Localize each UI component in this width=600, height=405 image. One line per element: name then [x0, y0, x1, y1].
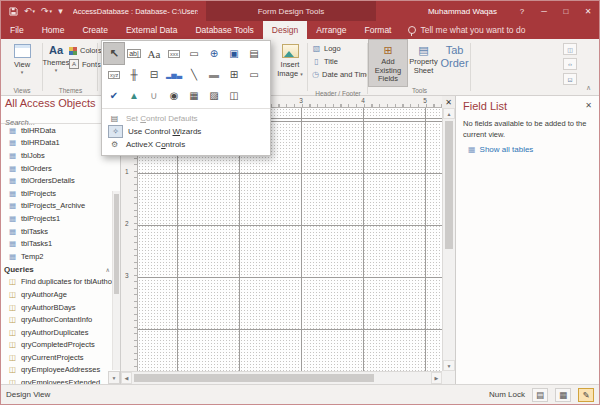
chart-icon[interactable]: ▂▅▃: [164, 64, 184, 85]
nav-item-query[interactable]: ◫ qryCompletedProjects: [1, 339, 120, 352]
tell-me-box[interactable]: Tell me what you want to do: [408, 21, 525, 39]
insert-image-button[interactable]: Insert Image ▾: [272, 39, 308, 78]
hyperlink-icon[interactable]: ⊕: [204, 43, 224, 64]
add-existing-fields-button[interactable]: ⊞ Add Existing Fields: [368, 39, 408, 87]
label-icon[interactable]: Aa: [144, 43, 164, 64]
horizontal-scrollbar-thumb[interactable]: [134, 374, 374, 382]
close-pane-icon[interactable]: ✕: [585, 101, 592, 110]
nav-item-query[interactable]: ◫ qryAuthorBDays: [1, 301, 120, 314]
logo-button[interactable]: ▧ Logo: [308, 42, 368, 55]
unbound-object-frame-icon[interactable]: ▨: [204, 85, 224, 106]
list-box-icon[interactable]: ▦: [184, 85, 204, 106]
show-all-tables-link[interactable]: ▦ Show all tables: [456, 142, 599, 154]
nav-scrollbar-thumb[interactable]: [114, 194, 119, 294]
scroll-left-icon[interactable]: ◀: [121, 372, 132, 384]
attachment-icon[interactable]: ∪: [144, 85, 164, 106]
close-document-icon[interactable]: ✕: [442, 96, 455, 108]
activex-controls-item[interactable]: ⚙ ActiveX Controls: [102, 138, 270, 151]
tab-order-button[interactable]: Tab Order: [439, 39, 470, 86]
image-icon[interactable]: ▲: [124, 85, 144, 106]
date-time-button[interactable]: ◷ Date and Time: [308, 68, 368, 81]
vertical-scrollbar[interactable]: ▲ ▼: [442, 108, 455, 371]
subform-icon[interactable]: ⊞: [224, 64, 244, 85]
maximize-button[interactable]: □: [555, 1, 577, 21]
query-icon: ◫: [8, 340, 17, 349]
nav-item-query[interactable]: ◫ qryCurrentProjects: [1, 351, 120, 364]
table-plus-icon: ▦: [468, 145, 476, 154]
redo-icon[interactable]: ↷▾: [41, 6, 52, 16]
tab-format[interactable]: Format: [356, 21, 401, 39]
option-group-icon[interactable]: xyz: [104, 64, 124, 85]
toggle-button-icon[interactable]: ▬: [204, 64, 224, 85]
tab-home[interactable]: Home: [33, 21, 74, 39]
nav-scrollbar[interactable]: [112, 191, 120, 370]
page-break-icon[interactable]: ╫: [124, 64, 144, 85]
title-button[interactable]: ▯ Title: [308, 55, 368, 68]
view-button[interactable]: View ▾: [1, 39, 43, 75]
horizontal-scrollbar[interactable]: ◀ ▶: [121, 371, 442, 384]
nav-item-query[interactable]: ◫ qryEmployeeAddresses: [1, 364, 120, 377]
scroll-up-icon[interactable]: ▲: [443, 108, 455, 119]
nav-item-table[interactable]: ▦ tblOrders: [1, 162, 120, 175]
option-button-icon[interactable]: ◉: [164, 85, 184, 106]
tab-database-tools[interactable]: Database Tools: [186, 21, 262, 39]
view-code-button[interactable]: ‹›: [563, 58, 577, 70]
user-name[interactable]: Muhammad Waqas: [414, 7, 511, 16]
subform-new-window-button[interactable]: ◫: [563, 43, 577, 55]
property-sheet-icon: ▤: [418, 44, 428, 57]
tab-control-icon[interactable]: ▭: [184, 43, 204, 64]
nav-item-query[interactable]: ◫ qryAuthorAge: [1, 288, 120, 301]
nav-item-table[interactable]: ▦ tblProjects_Archive: [1, 200, 120, 213]
nav-item-query[interactable]: ◫ qryAuthorContantInfo: [1, 313, 120, 326]
nav-item-table[interactable]: ▦ tblProjects1: [1, 212, 120, 225]
convert-macros-button[interactable]: ⊡: [563, 73, 577, 85]
nav-item-query[interactable]: ◫ qryEmployeesExtended: [1, 376, 120, 384]
scroll-down-icon[interactable]: ▼: [443, 360, 455, 371]
web-browser-control-icon[interactable]: ▣: [224, 43, 244, 64]
nav-item-table[interactable]: ▦ tblOrdersDetails: [1, 174, 120, 187]
close-button[interactable]: ✕: [577, 1, 599, 21]
tab-file[interactable]: File: [1, 21, 33, 39]
nav-item-table[interactable]: ▦ tblTasks: [1, 225, 120, 238]
collapse-section-icon[interactable]: ∧: [106, 266, 110, 273]
bound-object-frame-icon[interactable]: ◫: [224, 85, 244, 106]
undo-dropdown-icon[interactable]: ▾: [33, 8, 36, 14]
use-control-wizards-item[interactable]: ✧ Use Control Wizards: [102, 125, 270, 138]
nav-item-query[interactable]: ◫ qryAuthorDuplicates: [1, 326, 120, 339]
tab-design[interactable]: Design: [263, 21, 307, 39]
button-icon[interactable]: xxx: [164, 43, 184, 64]
qat-customize-icon[interactable]: ▾: [58, 6, 63, 16]
help-button[interactable]: ?: [511, 1, 533, 21]
property-sheet-button[interactable]: ▤ Property Sheet: [408, 39, 439, 86]
tab-external-data[interactable]: External Data: [117, 21, 187, 39]
scroll-right-icon[interactable]: ▶: [431, 372, 442, 384]
minimize-button[interactable]: ─: [533, 1, 555, 21]
vertical-scrollbar-thumb[interactable]: [445, 121, 453, 249]
collapse-ribbon-icon[interactable]: ∧: [586, 84, 591, 92]
nav-scroll-down-icon[interactable]: ▼: [108, 371, 120, 384]
check-box-icon[interactable]: ✔: [104, 85, 124, 106]
nav-item-table[interactable]: ▦ tblTasks1: [1, 237, 120, 250]
line-icon[interactable]: ╲: [184, 64, 204, 85]
layout-view-button[interactable]: ▦: [555, 388, 571, 402]
themes-group-label: Themes: [43, 87, 98, 94]
tab-arrange[interactable]: Arrange: [307, 21, 355, 39]
views-group: View ▾ Views: [1, 39, 43, 95]
design-view-button[interactable]: ✎: [578, 388, 594, 402]
save-icon[interactable]: [9, 7, 18, 16]
logo-icon: ▧: [312, 44, 321, 53]
undo-icon[interactable]: ↶▾: [24, 6, 35, 16]
nav-item-table[interactable]: ▦ tblProjects: [1, 187, 120, 200]
navigation-control-icon[interactable]: ▤: [244, 43, 264, 64]
rectangle-icon[interactable]: ▭: [244, 64, 264, 85]
themes-icon: Aa: [49, 44, 63, 56]
nav-item-table[interactable]: ▦ Temp2: [1, 250, 120, 263]
redo-dropdown-icon[interactable]: ▾: [50, 8, 53, 14]
queries-section-header[interactable]: Queries ∧: [1, 263, 120, 276]
combo-box-icon[interactable]: ⊟: [144, 64, 164, 85]
nav-item-query[interactable]: ◫ Find duplicates for tblAuthors: [1, 276, 120, 289]
tab-create[interactable]: Create: [73, 21, 117, 39]
text-box-icon[interactable]: ab|: [124, 43, 144, 64]
select-icon[interactable]: ↖: [104, 43, 124, 64]
form-view-button[interactable]: ▤: [532, 388, 548, 402]
